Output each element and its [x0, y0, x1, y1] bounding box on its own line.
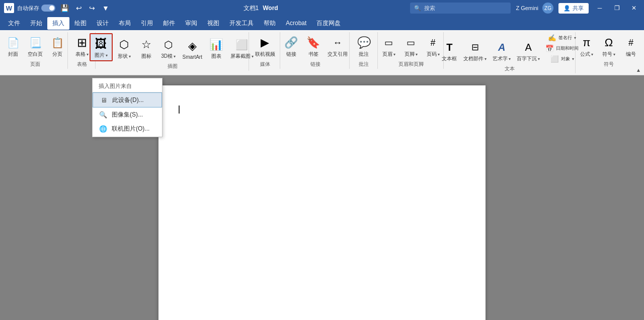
- cross-ref-button[interactable]: ↔ 交叉引用: [325, 33, 350, 59]
- bookmark-button[interactable]: 🔖 书签: [303, 33, 324, 59]
- table-group-label: 表格: [77, 61, 87, 68]
- autosave-toggle[interactable]: [41, 5, 55, 12]
- 3d-model-button[interactable]: ⬡ 3D模 ▾: [158, 35, 179, 61]
- dropcap-dropdown-arrow: ▾: [538, 57, 540, 61]
- 3d-model-icon: ⬡: [160, 37, 177, 53]
- restore-button[interactable]: ❐: [611, 2, 623, 14]
- insert-from-online-item[interactable]: 🌐 联机图片(O)...: [93, 122, 162, 136]
- chart-button[interactable]: 📊 图表: [206, 35, 227, 61]
- dropcap-button[interactable]: A 百字下沉 ▾: [514, 38, 542, 64]
- bookmark-label: 书签: [308, 51, 318, 58]
- media-group-label: 媒体: [260, 61, 270, 68]
- icons-button[interactable]: ☆ 图标: [136, 35, 157, 61]
- ribbon-collapse-button[interactable]: ▲: [636, 67, 641, 73]
- avatar[interactable]: ZG: [542, 3, 553, 14]
- word-logo-icon: W: [4, 3, 14, 13]
- picture-icon: 🖼: [93, 36, 109, 52]
- blank-page-button[interactable]: 📃 空白页: [25, 33, 46, 59]
- insert-from-device-item[interactable]: 🖥 此设备(D)...: [93, 92, 162, 108]
- doc-parts-label-row: 文档部件 ▾: [463, 55, 487, 62]
- ribbon-group-pages: 📄 封面 📃 空白页 📋 分页 页面: [3, 32, 68, 69]
- search-bar[interactable]: 🔍 搜索: [410, 3, 511, 14]
- header-footer-group-label: 页眉和页脚: [398, 61, 424, 68]
- doc-parts-button[interactable]: ⊟ 文档部件 ▾: [461, 38, 489, 64]
- document-page[interactable]: [158, 85, 486, 320]
- menu-item-insert[interactable]: 插入: [47, 17, 69, 30]
- symbol-button[interactable]: Ω 符号 ▾: [598, 33, 619, 59]
- ribbon-group-header-footer: ▭ 页眉 ▾ ▭ 页脚 ▾ # 页码: [379, 32, 444, 69]
- undo-button[interactable]: ↩: [74, 3, 84, 13]
- menu-item-file[interactable]: 文件: [3, 17, 25, 30]
- redo-button[interactable]: ↪: [87, 3, 97, 13]
- link-icon: 🔗: [283, 35, 299, 51]
- dropcap-label-row: 百字下沉 ▾: [517, 55, 540, 62]
- save-button[interactable]: 💾: [58, 3, 71, 13]
- comment-button[interactable]: 💬 批注: [353, 33, 374, 59]
- footer-label-row: 页脚 ▾: [405, 51, 418, 58]
- insert-from-stock-item[interactable]: 🔍 图像集(S)...: [93, 108, 162, 122]
- footer-dropdown-arrow: ▾: [416, 52, 418, 57]
- share-button[interactable]: 👤 共享: [558, 3, 589, 14]
- shapes-button[interactable]: ⬡ 形状 ▾: [114, 35, 135, 61]
- media-group-label-row: 媒体: [254, 59, 276, 68]
- user-area: Z Gemini ZG: [516, 3, 553, 14]
- user-name: Z Gemini: [516, 5, 538, 11]
- menu-item-baidupan[interactable]: 百度网盘: [311, 17, 346, 30]
- close-button[interactable]: ✕: [628, 2, 640, 14]
- menu-item-home[interactable]: 开始: [25, 17, 47, 30]
- picture-button[interactable]: 🖼 图片 ▾: [90, 33, 113, 61]
- object-button[interactable]: ⬜ 对象 ▾: [543, 54, 581, 64]
- text-group-label-row: 文本: [449, 64, 571, 72]
- menu-item-developer[interactable]: 开发工具: [224, 17, 259, 30]
- header-button[interactable]: ▭ 页眉 ▾: [378, 33, 399, 59]
- menu-item-mailings[interactable]: 邮件: [158, 17, 180, 30]
- wordart-button[interactable]: A 艺术字 ▾: [490, 38, 513, 64]
- cover-page-label: 封面: [8, 51, 18, 58]
- datetime-button[interactable]: 📅 日期和时间: [543, 44, 581, 53]
- comment-icon: 💬: [356, 35, 372, 51]
- search-icon: 🔍: [414, 5, 421, 12]
- ribbon-group-comments: 💬 批注 批注: [351, 32, 377, 69]
- stock-icon: 🔍: [99, 110, 108, 119]
- menu-item-draw[interactable]: 绘图: [69, 17, 92, 30]
- link-button[interactable]: 🔗 链接: [281, 33, 302, 59]
- titlebar-center: 文档1 Word: [244, 4, 278, 13]
- equation-dropdown-arrow: ▾: [591, 52, 593, 57]
- menu-item-layout[interactable]: 布局: [114, 17, 136, 30]
- footer-button[interactable]: ▭ 页脚 ▾: [400, 33, 422, 59]
- wordart-label: 艺术字: [493, 55, 508, 62]
- blank-page-icon: 📃: [27, 35, 43, 51]
- menu-item-acrobat[interactable]: Acrobat: [281, 18, 311, 29]
- page-break-icon: 📋: [49, 35, 65, 51]
- minimize-button[interactable]: ─: [594, 2, 606, 14]
- menu-item-review[interactable]: 审阅: [180, 17, 202, 30]
- customize-qat-button[interactable]: ▼: [100, 3, 111, 13]
- smartart-button[interactable]: ◈ SmartArt: [180, 37, 205, 61]
- menu-item-view[interactable]: 视图: [202, 17, 224, 30]
- ribbon-group-symbols: π 公式 ▾ Ω 符号 ▾ # 编号: [577, 32, 641, 69]
- table-group-label-row: 表格: [73, 59, 91, 68]
- signature-icon: ✍: [548, 34, 556, 42]
- chart-icon: 📊: [208, 37, 224, 53]
- cover-page-button[interactable]: 📄 封面: [3, 33, 24, 59]
- page-break-button[interactable]: 📋 分页: [47, 33, 68, 59]
- menu-item-references[interactable]: 引用: [136, 17, 158, 30]
- ribbon-row: ▭ 页眉 ▾ ▭ 页脚 ▾ # 页码: [378, 33, 444, 59]
- number-label: 编号: [626, 51, 636, 58]
- picture-label: 图片: [95, 52, 105, 59]
- textbox-button[interactable]: T 文本框: [439, 38, 460, 64]
- ribbon-group-links: 🔗 链接 🔖 书签 ↔ 交叉引用 链接: [281, 32, 350, 69]
- menu-item-help[interactable]: 帮助: [259, 17, 281, 30]
- pages-group-label-row: 页面: [7, 59, 63, 68]
- online-video-button[interactable]: ▶ 联机视频: [253, 33, 278, 59]
- menu-item-design[interactable]: 设计: [92, 17, 114, 30]
- wordart-icon: A: [494, 39, 510, 55]
- signature-button[interactable]: ✍ 签名行 ▾: [543, 33, 581, 43]
- 3d-dropdown-arrow: ▾: [174, 54, 176, 59]
- cover-page-icon: 📄: [5, 35, 21, 51]
- equation-button[interactable]: π 公式 ▾: [576, 33, 597, 59]
- number-button[interactable]: # 编号: [620, 33, 641, 59]
- object-icon: ⬜: [550, 55, 559, 63]
- link-label: 链接: [286, 51, 296, 58]
- table-button[interactable]: ⊞ 表格 ▾: [71, 33, 93, 59]
